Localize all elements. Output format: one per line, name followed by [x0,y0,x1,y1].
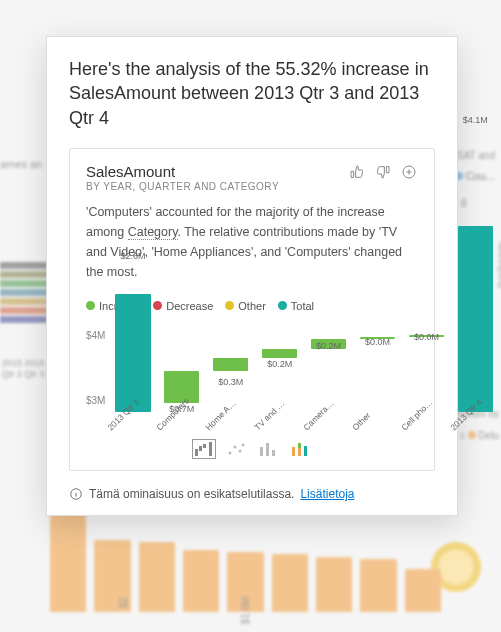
bg-small-2: $1.6M [240,597,251,625]
card-actions [348,163,418,181]
bar [262,349,297,358]
legend-other: Other [225,300,266,312]
bg-right-axis: PurchAgain [497,242,501,289]
card-description: 'Computers' accounted for the majority o… [86,202,418,282]
bar-value-label: $0.0M [414,332,439,342]
bg-xaxis: 2015 2015 Qtr 2 Qtr 3 [2,358,45,380]
bar [115,294,150,412]
svg-point-5 [229,451,232,454]
card-subheading: BY YEAR, QUARTER AND CATEGORY [86,181,279,192]
bar-value-label: $0.0M [365,337,390,347]
chart-type-scatter-icon[interactable] [225,440,247,458]
card-header: SalesAmount BY YEAR, QUARTER AND CATEGOR… [86,163,418,192]
svg-point-6 [234,445,237,448]
svg-point-8 [242,443,245,446]
category-link[interactable]: Category [128,225,178,240]
add-icon[interactable] [400,163,418,181]
info-icon [69,487,83,501]
bg-text: ames an [0,158,42,170]
svg-rect-1 [195,449,198,456]
svg-rect-2 [199,446,202,451]
bar-value-label: $2.6M [120,251,145,261]
bar-value-label: $0.2M [267,359,292,369]
chart-type-column-icon[interactable] [257,440,279,458]
bar-value-label: $0.3M [218,377,243,387]
svg-rect-11 [272,450,275,456]
svg-rect-13 [298,443,301,448]
popup-title: Here's the analysis of the 55.32% increa… [69,57,435,130]
svg-rect-15 [304,446,307,456]
thumbs-up-icon[interactable] [348,163,366,181]
learn-more-link[interactable]: Lisätietoja [300,487,354,501]
bar [213,358,248,372]
svg-rect-12 [292,447,295,456]
bar-value-label: $4.1M [463,115,488,125]
chart-type-stacked-icon[interactable] [289,440,311,458]
bg-small-1: $2 [118,597,129,608]
bar-col: $4.1M [454,226,497,412]
bg-right-2: Cou... [455,170,495,182]
y-axis: $4M $3M [86,326,105,416]
waterfall-chart: $4M $3M $2.6M$0.7M$0.3M$0.2M$0.2M$0.0M$0… [86,326,418,426]
preview-footer: Tämä ominaisuus on esikatselutilassa. Li… [69,483,435,501]
x-axis-labels: 2013 Qtr 3ComputersHome Appli...TV and V… [111,414,496,440]
chart-bars: $2.6M$0.7M$0.3M$0.2M$0.2M$0.0M$0.0M$4.1M [111,326,496,412]
legend-decrease: Decrease [153,300,213,312]
thumbs-down-icon[interactable] [374,163,392,181]
analysis-popup: Here's the analysis of the 55.32% increa… [46,36,458,516]
svg-point-7 [239,449,242,452]
bar [458,226,493,412]
svg-rect-14 [298,448,301,456]
svg-rect-4 [209,442,212,456]
bg-stacked-lines [0,260,50,340]
svg-rect-3 [203,444,206,448]
bar-value-label: $0.2M [316,341,341,351]
footer-text: Tämä ominaisuus on esikatselutilassa. [89,487,294,501]
bar-col: $2.6M [111,294,154,412]
insight-card: SalesAmount BY YEAR, QUARTER AND CATEGOR… [69,148,435,471]
svg-rect-9 [260,447,263,456]
chart-type-waterfall-icon[interactable] [193,440,215,458]
legend-total: Total [278,300,314,312]
card-heading: SalesAmount [86,163,279,180]
svg-rect-10 [266,443,269,456]
